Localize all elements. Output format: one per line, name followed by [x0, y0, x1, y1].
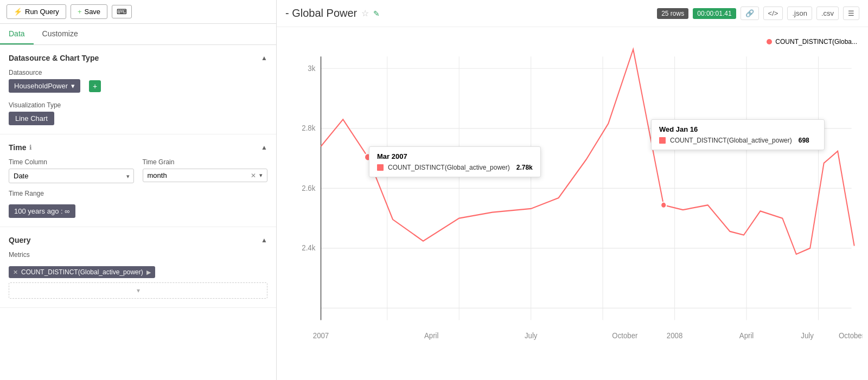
keyboard-icon: ⌨: [117, 8, 127, 16]
svg-text:October: October: [839, 331, 863, 340]
svg-text:2.6k: 2.6k: [302, 183, 315, 192]
time-column-label: Time Column: [9, 158, 134, 166]
time-section: Time ℹ ▲ Time Column Date: [0, 134, 276, 227]
svg-text:April: April: [424, 331, 438, 340]
tab-customize[interactable]: Customize: [34, 24, 87, 44]
time-badge: 00:00:01.41: [693, 8, 736, 19]
link-button[interactable]: 🔗: [741, 7, 759, 20]
time-range-button[interactable]: 100 years ago : ∞: [9, 204, 75, 218]
chart-header: - Global Power ☆ ✎ 25 rows 00:00:01.41 🔗…: [277, 0, 868, 27]
header-actions: 25 rows 00:00:01.41 🔗 </> .json .csv ☰: [657, 7, 859, 20]
line-chart-svg: 3k 2.8k 2.6k 2.4k 2007 April July Octobe…: [277, 33, 863, 380]
metrics-label: Metrics: [9, 251, 267, 259]
time-column-select[interactable]: Date: [9, 169, 134, 183]
info-icon: ℹ: [29, 144, 32, 151]
edit-icon[interactable]: ✎: [373, 9, 380, 18]
time-section-header[interactable]: Time ℹ ▲: [9, 143, 267, 152]
chart-area: COUNT_DISTINCT(Globa... 3k 2.8k 2.6k 2.4…: [277, 27, 868, 380]
datasource-section-header[interactable]: Datasource & Chart Type ▲: [9, 54, 267, 62]
svg-text:July: July: [525, 331, 538, 340]
query-section: Query ▲ Metrics ✕ COUNT_DISTINCT(Global_…: [0, 227, 276, 308]
time-chevron-up-icon: ▲: [261, 144, 267, 151]
svg-text:October: October: [612, 331, 637, 340]
legend-label: COUNT_DISTINCT(Globa...: [775, 38, 857, 46]
save-label: Save: [84, 8, 100, 16]
viz-type-label: Visualization Type: [9, 101, 267, 109]
tab-data[interactable]: Data: [0, 24, 34, 44]
lightning-icon: ⚡: [14, 8, 22, 16]
datasource-label: Datasource: [9, 69, 267, 76]
right-panel: - Global Power ☆ ✎ 25 rows 00:00:01.41 🔗…: [277, 0, 868, 380]
svg-text:2007: 2007: [313, 331, 329, 340]
save-button[interactable]: + Save: [71, 4, 107, 19]
data-point-mar2007: [365, 153, 371, 160]
time-range-value: 100 years ago : ∞: [14, 207, 70, 215]
metric-remove-button[interactable]: ✕: [13, 269, 18, 276]
svg-text:3k: 3k: [308, 63, 315, 73]
chart-legend: COUNT_DISTINCT(Globa...: [767, 38, 857, 46]
datasource-section-title: Datasource & Chart Type: [9, 54, 99, 62]
metric-value: COUNT_DISTINCT(Global_active_power): [21, 268, 143, 276]
viz-type-select[interactable]: Line Chart: [9, 112, 54, 125]
svg-text:2008: 2008: [667, 331, 683, 340]
grain-arrow-icon[interactable]: ▾: [259, 172, 263, 179]
query-chevron-up-icon: ▲: [261, 236, 267, 244]
code-button[interactable]: </>: [763, 7, 783, 20]
svg-text:2.4k: 2.4k: [302, 243, 315, 253]
metric-arrow-icon[interactable]: ▶: [146, 269, 151, 276]
time-grain-value: month: [148, 171, 251, 179]
toolbar: ⚡ Run Query + Save ⌨: [0, 0, 276, 24]
plus-icon: +: [78, 8, 82, 16]
datasource-value: HouseholdPower: [14, 82, 68, 90]
add-datasource-button[interactable]: +: [89, 80, 101, 92]
run-query-label: Run Query: [25, 8, 59, 16]
json-button[interactable]: .json: [787, 7, 812, 20]
svg-text:July: July: [801, 331, 814, 340]
query-section-header[interactable]: Query ▲: [9, 236, 267, 244]
grain-clear-button[interactable]: ✕: [251, 172, 256, 179]
time-section-title: Time: [9, 143, 26, 152]
datasource-section: Datasource & Chart Type ▲ Datasource Hou…: [0, 45, 276, 134]
data-point-jan2008: [661, 202, 666, 208]
add-metric-button[interactable]: ▾: [9, 282, 267, 299]
plus-icon: +: [93, 82, 97, 91]
svg-text:April: April: [739, 331, 754, 340]
more-button[interactable]: ☰: [843, 7, 859, 20]
run-query-button[interactable]: ⚡ Run Query: [7, 4, 66, 19]
chart-title: - Global Power: [285, 7, 357, 20]
metric-tag[interactable]: ✕ COUNT_DISTINCT(Global_active_power) ▶: [9, 266, 155, 278]
rows-badge: 25 rows: [657, 8, 688, 19]
legend-dot: [767, 39, 772, 44]
datasource-select[interactable]: HouseholdPower ▾: [9, 79, 80, 93]
time-grain-label: Time Grain: [143, 158, 268, 166]
viz-type-value: Line Chart: [15, 114, 48, 123]
csv-button[interactable]: .csv: [816, 7, 839, 20]
panel-body: Datasource & Chart Type ▲ Datasource Hou…: [0, 45, 276, 380]
chevron-up-icon: ▲: [261, 54, 267, 62]
keyboard-button[interactable]: ⌨: [112, 5, 132, 18]
svg-text:2.8k: 2.8k: [302, 124, 315, 133]
time-range-label: Time Range: [9, 190, 267, 197]
query-section-title: Query: [9, 236, 30, 244]
star-icon[interactable]: ☆: [361, 8, 369, 18]
tabs-bar: Data Customize: [0, 24, 276, 45]
time-grain-wrapper: month ✕ ▾: [143, 169, 268, 182]
caret-icon: ▾: [71, 82, 75, 90]
left-panel: ⚡ Run Query + Save ⌨ Data Customize Data…: [0, 0, 277, 380]
